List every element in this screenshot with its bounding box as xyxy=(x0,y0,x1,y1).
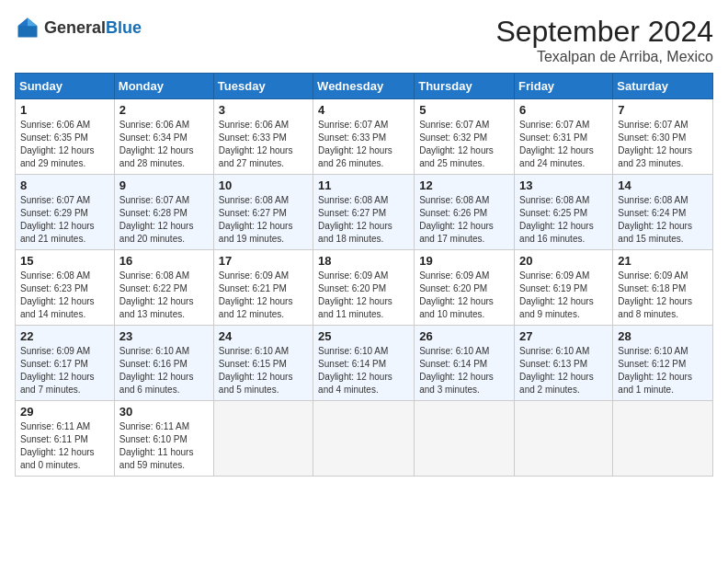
day-number: 25 xyxy=(318,329,409,343)
logo-icon xyxy=(15,15,40,40)
cell-content: Sunrise: 6:09 AMSunset: 6:20 PMDaylight:… xyxy=(318,270,409,321)
day-number: 13 xyxy=(519,178,608,192)
calendar-cell-day-19: 19Sunrise: 6:09 AMSunset: 6:20 PMDayligh… xyxy=(415,250,515,326)
weekday-header-saturday: Saturday xyxy=(613,74,713,99)
calendar-cell-day-16: 16Sunrise: 6:08 AMSunset: 6:22 PMDayligh… xyxy=(114,250,213,326)
calendar-cell-day-3: 3Sunrise: 6:06 AMSunset: 6:33 PMDaylight… xyxy=(213,99,313,175)
day-number: 26 xyxy=(419,329,509,343)
month-year: September 2024 xyxy=(495,15,713,49)
day-number: 7 xyxy=(618,103,708,117)
day-number: 6 xyxy=(519,103,608,117)
cell-content: Sunrise: 6:08 AMSunset: 6:25 PMDaylight:… xyxy=(519,194,608,246)
cell-content: Sunrise: 6:08 AMSunset: 6:27 PMDaylight:… xyxy=(318,194,409,246)
calendar-cell-empty xyxy=(515,401,613,477)
cell-content: Sunrise: 6:10 AMSunset: 6:16 PMDaylight:… xyxy=(119,345,209,396)
cell-content: Sunrise: 6:11 AMSunset: 6:10 PMDaylight:… xyxy=(119,420,209,472)
day-number: 11 xyxy=(318,178,409,192)
day-number: 28 xyxy=(618,329,708,343)
calendar-cell-day-27: 27Sunrise: 6:10 AMSunset: 6:13 PMDayligh… xyxy=(515,326,613,401)
cell-content: Sunrise: 6:08 AMSunset: 6:26 PMDaylight:… xyxy=(419,194,509,246)
calendar-week-row: 29Sunrise: 6:11 AMSunset: 6:11 PMDayligh… xyxy=(16,401,713,477)
calendar-cell-day-17: 17Sunrise: 6:09 AMSunset: 6:21 PMDayligh… xyxy=(213,250,313,326)
day-number: 2 xyxy=(119,103,209,117)
calendar-cell-day-24: 24Sunrise: 6:10 AMSunset: 6:15 PMDayligh… xyxy=(213,326,313,401)
weekday-header-thursday: Thursday xyxy=(415,74,515,99)
svg-marker-2 xyxy=(18,18,28,27)
calendar-cell-day-5: 5Sunrise: 6:07 AMSunset: 6:32 PMDaylight… xyxy=(415,99,515,175)
cell-content: Sunrise: 6:08 AMSunset: 6:22 PMDaylight:… xyxy=(119,270,209,321)
day-number: 27 xyxy=(519,329,608,343)
cell-content: Sunrise: 6:09 AMSunset: 6:19 PMDaylight:… xyxy=(519,270,608,321)
calendar-cell-day-22: 22Sunrise: 6:09 AMSunset: 6:17 PMDayligh… xyxy=(16,326,115,401)
calendar-cell-day-1: 1Sunrise: 6:06 AMSunset: 6:35 PMDaylight… xyxy=(16,99,115,175)
cell-content: Sunrise: 6:10 AMSunset: 6:15 PMDaylight:… xyxy=(219,345,308,396)
day-number: 30 xyxy=(119,405,209,419)
calendar-cell-day-9: 9Sunrise: 6:07 AMSunset: 6:28 PMDaylight… xyxy=(114,175,213,250)
calendar-week-row: 22Sunrise: 6:09 AMSunset: 6:17 PMDayligh… xyxy=(16,326,713,401)
day-number: 8 xyxy=(20,178,109,192)
logo-text: GeneralBlue xyxy=(44,18,142,38)
day-number: 17 xyxy=(219,254,308,268)
day-number: 22 xyxy=(20,329,109,343)
location: Texalpan de Arriba, Mexico xyxy=(495,49,713,65)
day-number: 3 xyxy=(219,103,308,117)
svg-marker-1 xyxy=(28,18,38,27)
day-number: 24 xyxy=(219,329,308,343)
cell-content: Sunrise: 6:06 AMSunset: 6:34 PMDaylight:… xyxy=(119,119,209,170)
cell-content: Sunrise: 6:06 AMSunset: 6:33 PMDaylight:… xyxy=(219,119,308,170)
cell-content: Sunrise: 6:09 AMSunset: 6:20 PMDaylight:… xyxy=(419,270,509,321)
weekday-header-sunday: Sunday xyxy=(16,74,115,99)
weekday-header-tuesday: Tuesday xyxy=(213,74,313,99)
cell-content: Sunrise: 6:08 AMSunset: 6:24 PMDaylight:… xyxy=(618,194,708,246)
day-number: 23 xyxy=(119,329,209,343)
cell-content: Sunrise: 6:10 AMSunset: 6:14 PMDaylight:… xyxy=(318,345,409,396)
cell-content: Sunrise: 6:11 AMSunset: 6:11 PMDaylight:… xyxy=(20,420,109,472)
cell-content: Sunrise: 6:10 AMSunset: 6:12 PMDaylight:… xyxy=(618,345,708,396)
weekday-header-wednesday: Wednesday xyxy=(313,74,415,99)
calendar-cell-day-10: 10Sunrise: 6:08 AMSunset: 6:27 PMDayligh… xyxy=(213,175,313,250)
weekday-header-row: SundayMondayTuesdayWednesdayThursdayFrid… xyxy=(16,74,713,99)
calendar-cell-empty xyxy=(313,401,415,477)
calendar-cell-empty xyxy=(415,401,515,477)
calendar-cell-day-8: 8Sunrise: 6:07 AMSunset: 6:29 PMDaylight… xyxy=(16,175,115,250)
calendar-cell-day-12: 12Sunrise: 6:08 AMSunset: 6:26 PMDayligh… xyxy=(415,175,515,250)
day-number: 29 xyxy=(20,405,109,419)
calendar-cell-day-25: 25Sunrise: 6:10 AMSunset: 6:14 PMDayligh… xyxy=(313,326,415,401)
calendar-cell-day-6: 6Sunrise: 6:07 AMSunset: 6:31 PMDaylight… xyxy=(515,99,613,175)
calendar-cell-day-7: 7Sunrise: 6:07 AMSunset: 6:30 PMDaylight… xyxy=(613,99,713,175)
calendar-cell-day-18: 18Sunrise: 6:09 AMSunset: 6:20 PMDayligh… xyxy=(313,250,415,326)
cell-content: Sunrise: 6:10 AMSunset: 6:14 PMDaylight:… xyxy=(419,345,509,396)
day-number: 18 xyxy=(318,254,409,268)
calendar-cell-day-26: 26Sunrise: 6:10 AMSunset: 6:14 PMDayligh… xyxy=(415,326,515,401)
cell-content: Sunrise: 6:08 AMSunset: 6:23 PMDaylight:… xyxy=(20,270,109,321)
weekday-header-monday: Monday xyxy=(114,74,213,99)
day-number: 5 xyxy=(419,103,509,117)
day-number: 19 xyxy=(419,254,509,268)
calendar-cell-day-2: 2Sunrise: 6:06 AMSunset: 6:34 PMDaylight… xyxy=(114,99,213,175)
cell-content: Sunrise: 6:07 AMSunset: 6:29 PMDaylight:… xyxy=(20,194,109,246)
calendar-cell-day-23: 23Sunrise: 6:10 AMSunset: 6:16 PMDayligh… xyxy=(114,326,213,401)
logo-general: General xyxy=(44,18,106,38)
cell-content: Sunrise: 6:08 AMSunset: 6:27 PMDaylight:… xyxy=(219,194,308,246)
calendar-cell-day-20: 20Sunrise: 6:09 AMSunset: 6:19 PMDayligh… xyxy=(515,250,613,326)
calendar-cell-day-30: 30Sunrise: 6:11 AMSunset: 6:10 PMDayligh… xyxy=(114,401,213,477)
cell-content: Sunrise: 6:07 AMSunset: 6:28 PMDaylight:… xyxy=(119,194,209,246)
cell-content: Sunrise: 6:09 AMSunset: 6:18 PMDaylight:… xyxy=(618,270,708,321)
calendar-cell-day-14: 14Sunrise: 6:08 AMSunset: 6:24 PMDayligh… xyxy=(613,175,713,250)
day-number: 16 xyxy=(119,254,209,268)
weekday-header-friday: Friday xyxy=(515,74,613,99)
calendar-week-row: 8Sunrise: 6:07 AMSunset: 6:29 PMDaylight… xyxy=(16,175,713,250)
day-number: 9 xyxy=(119,178,209,192)
calendar-cell-day-28: 28Sunrise: 6:10 AMSunset: 6:12 PMDayligh… xyxy=(613,326,713,401)
cell-content: Sunrise: 6:07 AMSunset: 6:30 PMDaylight:… xyxy=(618,119,708,170)
day-number: 21 xyxy=(618,254,708,268)
cell-content: Sunrise: 6:09 AMSunset: 6:21 PMDaylight:… xyxy=(219,270,308,321)
calendar-week-row: 15Sunrise: 6:08 AMSunset: 6:23 PMDayligh… xyxy=(16,250,713,326)
calendar-table: SundayMondayTuesdayWednesdayThursdayFrid… xyxy=(15,73,713,477)
calendar-cell-day-13: 13Sunrise: 6:08 AMSunset: 6:25 PMDayligh… xyxy=(515,175,613,250)
page-header: GeneralBlue September 2024 Texalpan de A… xyxy=(15,15,713,65)
cell-content: Sunrise: 6:07 AMSunset: 6:33 PMDaylight:… xyxy=(318,119,409,170)
calendar-week-row: 1Sunrise: 6:06 AMSunset: 6:35 PMDaylight… xyxy=(16,99,713,175)
logo-blue: Blue xyxy=(106,18,142,38)
calendar-cell-day-29: 29Sunrise: 6:11 AMSunset: 6:11 PMDayligh… xyxy=(16,401,115,477)
